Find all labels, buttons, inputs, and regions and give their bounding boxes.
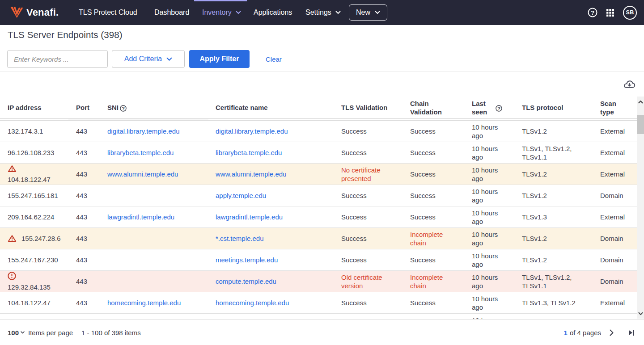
cell-scan-type: Domain: [600, 191, 623, 200]
help-icon[interactable]: ?: [588, 8, 597, 17]
cell-ip-address: 155.247.167.230: [8, 256, 58, 264]
nav-item-applications[interactable]: Applications: [254, 0, 292, 25]
cell-port: 443: [76, 148, 87, 157]
cell-ip-address: 104.18.122.47: [8, 175, 51, 184]
table-row[interactable]: 155.247.28.6443*.cst.temple.eduSuccessIn…: [0, 228, 637, 249]
cell-tls-validation: Success: [341, 299, 367, 307]
cell-tls-protocol: TLSv1.3: [522, 213, 547, 221]
cell-ip-address: 104.18.122.47: [8, 299, 51, 307]
items-per-page-select[interactable]: 100: [8, 329, 25, 337]
new-button[interactable]: New: [349, 4, 387, 21]
cell-ip-address: 129.32.84.135: [8, 283, 51, 291]
chevron-down-icon: [166, 57, 172, 61]
items-range-label: 1 - 100 of 398 items: [81, 329, 141, 337]
chevron-down-icon: [21, 331, 25, 334]
cell-port: 443: [76, 127, 87, 135]
nav-item-inventory[interactable]: Inventory: [202, 0, 241, 25]
cell-tls-validation: Success: [341, 148, 367, 157]
cell-tls-protocol: TLSv1.2: [522, 191, 547, 200]
cell-certificate-link[interactable]: lawgradintl.temple.edu: [216, 213, 283, 221]
cell-chain-validation: Success: [410, 191, 436, 200]
cell-certificate-link[interactable]: www.alumni.temple.edu: [216, 170, 286, 178]
cell-sni-link[interactable]: www.alumni.temple.edu: [107, 170, 178, 178]
keywords-input[interactable]: [7, 50, 108, 68]
cell-port: 443: [76, 170, 87, 178]
column-header-cert[interactable]: Certificate name: [216, 97, 341, 118]
next-page-icon[interactable]: [610, 329, 614, 336]
error-circle-icon: [8, 272, 59, 280]
apply-filter-button[interactable]: Apply Filter: [189, 50, 250, 68]
table-row[interactable]: 155.247.165.181443apply.temple.eduSucces…: [0, 185, 637, 206]
vertical-scrollbar[interactable]: [637, 97, 644, 319]
cell-tls-validation: Success: [341, 191, 367, 200]
cell-ip-address: 209.164.62.224: [8, 213, 54, 221]
column-header-last_seen[interactable]: Last seen?: [472, 97, 522, 118]
cell-chain-validation: Success: [410, 299, 436, 307]
cell-sni-link[interactable]: digital.library.temple.edu: [107, 127, 179, 135]
cell-sni-link[interactable]: lawgradintl.temple.edu: [107, 213, 174, 221]
column-header-sni[interactable]: SNI?: [107, 97, 216, 118]
app-grid-icon[interactable]: [606, 9, 614, 17]
venafi-logo[interactable]: Venafi.: [10, 6, 59, 19]
nav-item-tls-protect-cloud[interactable]: TLS Protect Cloud: [79, 0, 137, 25]
table-row[interactable]: 104.18.122.47443www.alumni.temple.eduwww…: [0, 164, 637, 185]
table-row[interactable]: 209.164.62.224443lawgradintl.temple.edul…: [0, 206, 637, 228]
add-criteria-button[interactable]: Add Criteria: [112, 50, 185, 68]
scroll-down-icon[interactable]: [637, 310, 644, 317]
pagination-bar: 100 Items per page 1 - 100 of 398 items …: [0, 320, 644, 345]
section-divider: [0, 72, 644, 72]
column-header-chain_validation[interactable]: Chain Validation: [410, 97, 472, 118]
nav-item-dashboard[interactable]: Dashboard: [154, 0, 189, 25]
cell-sni-link[interactable]: homecoming.temple.edu: [107, 299, 181, 307]
svg-text:?: ?: [122, 106, 125, 111]
cell-scan-type: External: [600, 170, 625, 178]
cell-certificate-link[interactable]: librarybeta.temple.edu: [216, 148, 282, 157]
warning-triangle-icon: [8, 165, 59, 172]
table-row[interactable]: 129.32.84.135443compute.temple.eduOld ce…: [0, 271, 637, 292]
column-header-ip[interactable]: IP address: [8, 97, 76, 118]
scrollbar-thumb[interactable]: [637, 115, 644, 134]
cell-last-seen: 10 hours ago: [472, 295, 503, 311]
cell-chain-validation: Success: [410, 148, 436, 157]
column-header-protocol[interactable]: TLS protocol: [522, 97, 600, 118]
current-page-number[interactable]: 1: [564, 329, 568, 337]
cell-ip-address: 132.174.3.1: [8, 127, 43, 135]
column-header-port[interactable]: Port: [76, 97, 107, 118]
table-row[interactable]: 104.18.122.47443homecoming.temple.eduhom…: [0, 292, 637, 314]
table-row[interactable]: 96.126.108.233443librarybeta.temple.edul…: [0, 142, 637, 164]
cell-tls-validation: Success: [341, 127, 367, 135]
table-row[interactable]: 10 hours ago: [0, 314, 637, 319]
cell-port: 443: [76, 213, 87, 221]
cell-port: 443: [76, 191, 87, 200]
nav-item-settings[interactable]: Settings: [305, 0, 341, 25]
table-row[interactable]: 155.247.167.230443meetings.temple.eduSuc…: [0, 249, 637, 271]
scroll-up-icon[interactable]: [637, 98, 644, 105]
user-avatar[interactable]: SB: [623, 6, 637, 20]
cell-tls-protocol: TLSv1, TLSv1.2, TLSv1.1: [522, 273, 581, 290]
cell-certificate-link[interactable]: digital.library.temple.edu: [216, 127, 288, 135]
help-icon[interactable]: ?: [496, 105, 502, 112]
export-cloud-download-icon[interactable]: [623, 80, 636, 90]
clear-filter-link[interactable]: Clear: [266, 55, 282, 63]
cell-chain-validation: Incomplete chain: [410, 273, 456, 290]
top-navigation-bar: Venafi. TLS Protect Cloud Dashboard Inve…: [0, 0, 644, 25]
cell-sni-link[interactable]: librarybeta.temple.edu: [107, 148, 174, 157]
cell-certificate-link[interactable]: meetings.temple.edu: [216, 256, 278, 264]
cell-tls-validation: Success: [341, 234, 367, 243]
cell-scan-type: External: [600, 213, 625, 221]
header-separator: [68, 119, 208, 119]
cell-certificate-link[interactable]: compute.temple.edu: [216, 277, 276, 286]
help-icon[interactable]: ?: [120, 105, 127, 112]
filter-bar: Add Criteria Apply Filter Clear: [7, 50, 282, 68]
column-header-tls_validation[interactable]: TLS Validation: [341, 97, 410, 118]
cell-certificate-link[interactable]: *.cst.temple.edu: [216, 234, 264, 243]
table-row[interactable]: 132.174.3.1443digital.library.temple.edu…: [0, 121, 637, 142]
cell-tls-protocol: TLSv1.2: [522, 256, 547, 264]
cell-certificate-link[interactable]: homecoming.temple.edu: [216, 299, 289, 307]
page-title: TLS Server Endpoints (398): [8, 29, 123, 40]
cell-last-seen: 10 hours ago: [472, 230, 503, 247]
last-page-icon[interactable]: [628, 329, 635, 336]
cell-certificate-link[interactable]: apply.temple.edu: [216, 191, 266, 200]
cell-tls-validation: Success: [341, 213, 367, 221]
column-header-scan_type[interactable]: Scan type: [600, 97, 637, 118]
